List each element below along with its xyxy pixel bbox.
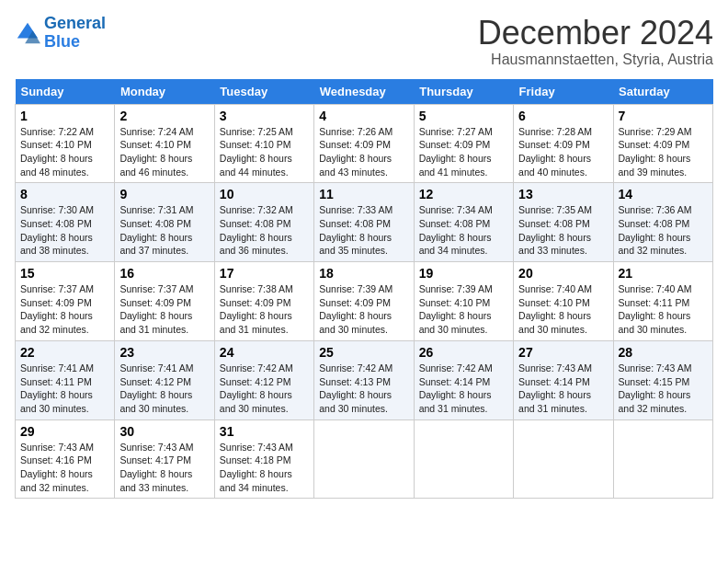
cell-info: Sunrise: 7:43 AMSunset: 4:15 PMDaylight:… [619,362,708,416]
calendar-cell: 15 Sunrise: 7:37 AMSunset: 4:09 PMDaylig… [16,262,115,341]
location: Hausmannstaetten, Styria, Austria [478,52,713,68]
day-number: 4 [319,109,408,123]
day-number: 10 [220,187,309,201]
day-number: 6 [518,109,608,123]
cell-info: Sunrise: 7:26 AMSunset: 4:09 PMDaylight:… [319,125,408,179]
cell-info: Sunrise: 7:34 AMSunset: 4:08 PMDaylight:… [419,203,508,258]
header-tuesday: Tuesday [214,79,313,105]
week-row-3: 15 Sunrise: 7:37 AMSunset: 4:09 PMDaylig… [16,262,713,341]
calendar-cell: 28 Sunrise: 7:43 AMSunset: 4:15 PMDaylig… [613,340,712,419]
cell-info: Sunrise: 7:37 AMSunset: 4:09 PMDaylight:… [119,282,209,337]
header-monday: Monday [115,79,214,105]
day-number: 31 [220,424,309,439]
header-friday: Friday [514,79,613,105]
cell-info: Sunrise: 7:22 AMSunset: 4:10 PMDaylight:… [20,125,109,179]
calendar-cell: 1 Sunrise: 7:22 AMSunset: 4:10 PMDayligh… [16,104,115,183]
header-sunday: Sunday [16,79,115,105]
day-number: 14 [619,187,708,201]
day-number: 27 [518,345,608,360]
day-number: 1 [20,109,109,123]
cell-info: Sunrise: 7:30 AMSunset: 4:08 PMDaylight:… [20,203,109,258]
day-number: 16 [119,266,209,281]
calendar-cell: 5 Sunrise: 7:27 AMSunset: 4:09 PMDayligh… [414,104,513,183]
header-row: SundayMondayTuesdayWednesdayThursdayFrid… [16,79,713,105]
month-title: December 2024 [478,15,713,52]
calendar-cell: 19 Sunrise: 7:39 AMSunset: 4:10 PMDaylig… [414,262,513,341]
calendar-cell: 20 Sunrise: 7:40 AMSunset: 4:10 PMDaylig… [514,262,613,341]
day-number: 28 [619,345,708,360]
day-number: 5 [419,109,508,123]
day-number: 13 [518,187,608,201]
cell-info: Sunrise: 7:40 AMSunset: 4:10 PMDaylight:… [518,282,608,337]
calendar-cell: 17 Sunrise: 7:38 AMSunset: 4:09 PMDaylig… [214,262,313,341]
cell-info: Sunrise: 7:39 AMSunset: 4:10 PMDaylight:… [419,282,508,337]
cell-info: Sunrise: 7:43 AMSunset: 4:18 PMDaylight:… [220,441,309,495]
day-number: 12 [419,187,508,201]
calendar-table: SundayMondayTuesdayWednesdayThursdayFrid… [15,79,713,500]
calendar-cell: 2 Sunrise: 7:24 AMSunset: 4:10 PMDayligh… [115,104,214,183]
cell-info: Sunrise: 7:38 AMSunset: 4:09 PMDaylight:… [220,282,309,337]
calendar-cell: 7 Sunrise: 7:29 AMSunset: 4:09 PMDayligh… [613,104,712,183]
cell-info: Sunrise: 7:25 AMSunset: 4:10 PMDaylight:… [220,125,309,179]
title-block: December 2024 Hausmannstaetten, Styria, … [478,15,713,68]
day-number: 30 [119,424,209,439]
calendar-cell: 9 Sunrise: 7:31 AMSunset: 4:08 PMDayligh… [115,183,214,262]
calendar-cell [613,419,712,499]
cell-info: Sunrise: 7:27 AMSunset: 4:09 PMDaylight:… [419,125,508,179]
day-number: 21 [619,266,708,281]
cell-info: Sunrise: 7:41 AMSunset: 4:11 PMDaylight:… [20,362,109,416]
logo: General Blue [15,15,106,52]
cell-info: Sunrise: 7:43 AMSunset: 4:14 PMDaylight:… [518,362,608,416]
calendar-cell: 27 Sunrise: 7:43 AMSunset: 4:14 PMDaylig… [514,340,613,419]
day-number: 8 [20,187,109,201]
calendar-cell: 24 Sunrise: 7:42 AMSunset: 4:12 PMDaylig… [214,340,313,419]
calendar-cell [314,419,414,499]
day-number: 20 [518,266,608,281]
calendar-cell: 29 Sunrise: 7:43 AMSunset: 4:16 PMDaylig… [16,419,115,499]
cell-info: Sunrise: 7:31 AMSunset: 4:08 PMDaylight:… [119,203,209,258]
week-row-4: 22 Sunrise: 7:41 AMSunset: 4:11 PMDaylig… [16,340,713,419]
calendar-cell: 26 Sunrise: 7:42 AMSunset: 4:14 PMDaylig… [414,340,513,419]
day-number: 11 [319,187,408,201]
calendar-cell: 31 Sunrise: 7:43 AMSunset: 4:18 PMDaylig… [214,419,313,499]
cell-info: Sunrise: 7:39 AMSunset: 4:09 PMDaylight:… [319,282,408,337]
calendar-cell: 3 Sunrise: 7:25 AMSunset: 4:10 PMDayligh… [214,104,313,183]
week-row-5: 29 Sunrise: 7:43 AMSunset: 4:16 PMDaylig… [16,419,713,499]
calendar-cell: 18 Sunrise: 7:39 AMSunset: 4:09 PMDaylig… [314,262,414,341]
day-number: 15 [20,266,109,281]
cell-info: Sunrise: 7:41 AMSunset: 4:12 PMDaylight:… [119,362,209,416]
calendar-cell: 30 Sunrise: 7:43 AMSunset: 4:17 PMDaylig… [115,419,214,499]
day-number: 3 [220,109,309,123]
calendar-cell: 23 Sunrise: 7:41 AMSunset: 4:12 PMDaylig… [115,340,214,419]
cell-info: Sunrise: 7:42 AMSunset: 4:12 PMDaylight:… [220,362,309,416]
day-number: 25 [319,345,408,360]
cell-info: Sunrise: 7:43 AMSunset: 4:16 PMDaylight:… [20,441,109,495]
week-row-2: 8 Sunrise: 7:30 AMSunset: 4:08 PMDayligh… [16,183,713,262]
day-number: 26 [419,345,508,360]
calendar-cell [414,419,513,499]
calendar-cell: 21 Sunrise: 7:40 AMSunset: 4:11 PMDaylig… [613,262,712,341]
day-number: 22 [20,345,109,360]
day-number: 24 [220,345,309,360]
logo-icon [15,20,40,46]
day-number: 19 [419,266,508,281]
header-wednesday: Wednesday [314,79,414,105]
logo-text: General Blue [44,15,106,52]
cell-info: Sunrise: 7:32 AMSunset: 4:08 PMDaylight:… [220,203,309,258]
logo-blue: Blue [44,32,80,51]
logo-general: General [44,14,106,32]
calendar-cell: 6 Sunrise: 7:28 AMSunset: 4:09 PMDayligh… [514,104,613,183]
day-number: 18 [319,266,408,281]
day-number: 9 [119,187,209,201]
calendar-cell: 8 Sunrise: 7:30 AMSunset: 4:08 PMDayligh… [16,183,115,262]
week-row-1: 1 Sunrise: 7:22 AMSunset: 4:10 PMDayligh… [16,104,713,183]
header-thursday: Thursday [414,79,513,105]
calendar-cell: 4 Sunrise: 7:26 AMSunset: 4:09 PMDayligh… [314,104,414,183]
calendar-cell: 16 Sunrise: 7:37 AMSunset: 4:09 PMDaylig… [115,262,214,341]
cell-info: Sunrise: 7:37 AMSunset: 4:09 PMDaylight:… [20,282,109,337]
cell-info: Sunrise: 7:42 AMSunset: 4:14 PMDaylight:… [419,362,508,416]
calendar-cell: 13 Sunrise: 7:35 AMSunset: 4:08 PMDaylig… [514,183,613,262]
day-number: 17 [220,266,309,281]
day-number: 7 [619,109,708,123]
cell-info: Sunrise: 7:36 AMSunset: 4:08 PMDaylight:… [619,203,708,258]
